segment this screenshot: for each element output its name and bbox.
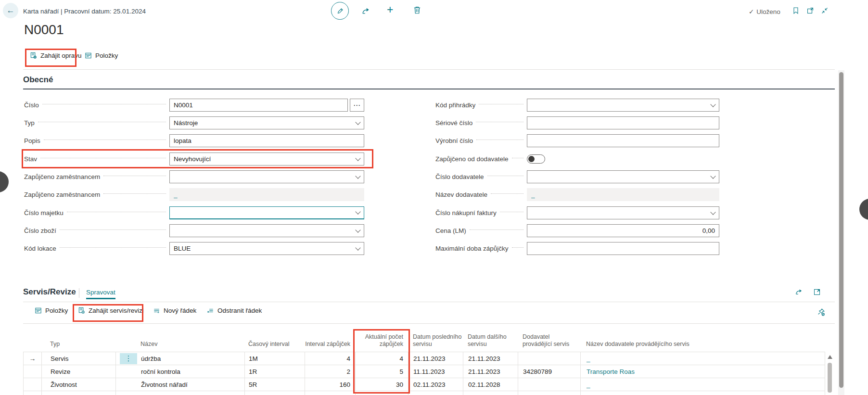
field-label: Kód přihrádky <box>435 102 475 109</box>
back-arrow-icon: ← <box>7 6 15 15</box>
field-maximalni-doba-zapujcky: Maximální doba zápůjčky <box>435 242 719 255</box>
section-general-underline <box>23 89 835 89</box>
tab-spravovat[interactable]: Spravovat <box>86 289 115 299</box>
toggle-switch[interactable] <box>527 154 545 164</box>
divider <box>23 302 835 302</box>
seriove-cislo-input[interactable] <box>527 116 719 129</box>
field-stav: Stav Nevyhovující <box>24 153 364 166</box>
cena-lm-input[interactable]: 0,00 <box>527 224 719 237</box>
row-menu-button[interactable]: ⋮ <box>120 353 137 364</box>
table-row[interactable]: Revize roční kontrola 1R 2 5 11.11.2023 … <box>23 365 825 378</box>
new-line-button[interactable]: Nový řádek <box>153 307 196 314</box>
field-popis: Popis lopata <box>24 134 364 147</box>
column-header-dodavatel[interactable]: Dodavatel provádějící servis <box>518 326 580 352</box>
cislo-nakupni-faktury-dropdown[interactable] <box>527 206 719 219</box>
field-label: Název dodavatele <box>435 191 487 198</box>
unpin-button[interactable] <box>817 308 825 316</box>
check-icon: ✓ <box>749 8 754 15</box>
column-header-interval-zapujcek[interactable]: Interval zápůjček <box>305 326 355 352</box>
kod-prihradky-dropdown[interactable] <box>527 99 719 112</box>
field-label: Popis <box>24 137 40 144</box>
service-share-button[interactable] <box>795 288 803 296</box>
next-record-button[interactable] <box>859 199 868 220</box>
prev-record-button[interactable] <box>0 171 9 192</box>
chevron-down-icon <box>355 155 360 161</box>
service-expand-button[interactable] <box>813 288 821 296</box>
field-nazev-dodavatele: Název dodavatele _ <box>435 188 719 201</box>
field-label: Číslo zboží <box>24 227 56 234</box>
popis-input[interactable]: lopata <box>169 134 364 147</box>
column-header-typ[interactable]: Typ <box>41 326 115 352</box>
cislo-dodavatele-dropdown[interactable] <box>527 170 719 183</box>
share-button[interactable] <box>361 6 370 15</box>
dotted-leader <box>512 247 523 248</box>
kod-lokace-dropdown[interactable]: BLUE <box>169 242 364 255</box>
table-row[interactable]: → Servis ⋮údržba 1M 4 4 21.11.2023 21.11… <box>23 352 825 365</box>
table-scroll-up-button[interactable] <box>828 355 832 359</box>
column-header-nazev[interactable]: Název <box>115 326 244 352</box>
assist-edit-button[interactable]: ⋯ <box>350 99 364 112</box>
field-vyrobni-cislo: Výrobní číslo <box>435 134 719 147</box>
maximalni-doba-zapujcky-input[interactable] <box>527 242 719 255</box>
new-line-icon <box>153 307 160 314</box>
table-row-empty[interactable] <box>23 391 825 395</box>
cislo-majetku-dropdown[interactable] <box>169 206 364 219</box>
delete-button[interactable] <box>413 6 421 14</box>
start-service-button[interactable]: Zahájit servis/revizi <box>78 307 144 314</box>
trash-icon <box>413 6 421 14</box>
page-scrollbar-thumb[interactable] <box>839 72 843 388</box>
new-button[interactable]: + <box>387 3 393 16</box>
supplier-link[interactable]: Transporte Roas <box>587 368 635 375</box>
field-label: Maximální doba zápůjčky <box>435 245 509 252</box>
page-scrollbar[interactable] <box>838 70 844 395</box>
record-title: N0001 <box>24 22 64 38</box>
dotted-leader <box>103 176 166 176</box>
zapujceno-zamestnancem-dropdown[interactable] <box>169 170 364 183</box>
table-scrollbar[interactable] <box>828 363 832 393</box>
delete-line-icon <box>207 307 214 314</box>
cislo-input[interactable]: N0001 <box>169 99 348 112</box>
field-zapujceno-zamestnancem: Zapůjčeno zaměstnancem <box>24 170 364 183</box>
divider <box>23 323 835 324</box>
open-in-new-window-button[interactable] <box>806 7 814 14</box>
dotted-leader <box>512 158 523 158</box>
pencil-icon <box>336 7 344 15</box>
delete-line-button[interactable]: Odstranit řádek <box>207 307 262 314</box>
cislo-zbozi-dropdown[interactable] <box>169 224 364 237</box>
back-button[interactable]: ← <box>3 3 18 18</box>
chevron-down-icon <box>710 173 715 178</box>
entries-button[interactable]: Položky <box>85 52 118 59</box>
start-repair-button[interactable]: Zahájit opravu <box>30 52 82 59</box>
column-header-datum-dalsiho[interactable]: Datum dalšího servisu <box>463 326 518 352</box>
dotted-leader <box>491 193 523 194</box>
table-row[interactable]: Životnost Životnost nářadí 5R 160 30 02.… <box>23 378 825 391</box>
edit-button[interactable] <box>331 2 349 20</box>
bookmark-button[interactable] <box>792 7 800 14</box>
column-header-aktualni-pocet[interactable]: Aktuální počet zápůjček <box>355 326 408 352</box>
stav-dropdown[interactable]: Nevyhovující <box>169 153 364 166</box>
column-header-nazev-dodavatele[interactable]: Název dodavatele provádějícího servis <box>580 326 825 352</box>
breadcrumb: Karta nářadí | Pracovní datum: 25.01.202… <box>23 8 146 15</box>
share-icon <box>361 6 370 15</box>
dotted-leader <box>470 229 523 230</box>
vyrobni-cislo-input[interactable] <box>527 134 719 147</box>
field-zapujceno-od-dodavatele: Zapůjčeno od dodavatele <box>435 153 719 166</box>
row-selector-cell <box>23 365 41 378</box>
section-general-title: Obecné <box>23 75 53 85</box>
field-label: Číslo majetku <box>24 209 64 217</box>
kebab-menu-icon: ⋮ <box>125 354 132 363</box>
service-entries-button[interactable]: Položky <box>35 307 68 314</box>
saved-status: ✓ Uloženo <box>749 8 780 15</box>
collapse-button[interactable] <box>821 7 829 14</box>
column-header-selector <box>23 326 41 352</box>
field-cislo-zbozi: Číslo zboží <box>24 224 364 237</box>
row-selector-arrow-icon: → <box>29 355 36 362</box>
ellipsis-icon: ⋯ <box>353 101 361 110</box>
typ-dropdown[interactable]: Nástroje <box>169 116 364 129</box>
dotted-leader <box>44 140 166 140</box>
column-header-datum-posledniho[interactable]: Datum posledního servisu <box>408 326 463 352</box>
popout-icon <box>806 7 814 14</box>
column-header-casovy-interval[interactable]: Časový interval <box>244 326 305 352</box>
field-zapujceno-zamestnancem-nazev: Zapůjčeno zaměstnancem _ <box>24 188 364 201</box>
field-cislo-nakupni-faktury: Číslo nákupní faktury <box>435 206 719 219</box>
